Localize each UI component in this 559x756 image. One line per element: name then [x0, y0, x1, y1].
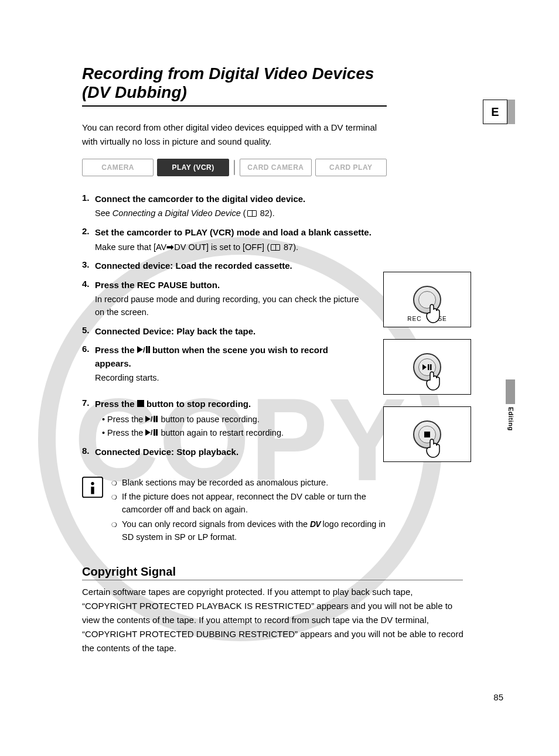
step-7-bullet-1: • Press the / button to pause recording. — [95, 413, 363, 426]
step-5: Connected Device: Play back the tape. — [82, 325, 387, 338]
note-3: You can only record signals from devices… — [111, 518, 387, 544]
step-4-sub: In record pause mode and during recordin… — [95, 293, 363, 319]
step-7: Press the button to stop recording. • Pr… — [82, 398, 363, 440]
svg-rect-6 — [137, 400, 144, 407]
svg-rect-13 — [154, 429, 155, 436]
step-8-title: Connected Device: Stop playback. — [95, 446, 387, 459]
play-pause-icon: / — [137, 346, 150, 353]
mode-play-vcr: PLAY (VCR) — [157, 159, 229, 176]
title-rule — [82, 105, 387, 107]
svg-rect-4 — [146, 346, 148, 353]
notes-list: Blank sections may be recorded as anomal… — [111, 477, 387, 546]
step-4-title: Press the REC PAUSE button. — [95, 279, 363, 292]
page-title: Recording from Digital Video Devices (DV… — [82, 64, 387, 102]
svg-text:/: / — [143, 346, 145, 353]
lang-tab-shadow — [507, 100, 515, 124]
language-tab: E — [483, 100, 507, 124]
step-2: Set the camcorder to PLAY (VCR) mode and… — [82, 226, 387, 254]
step-7-bullet-2: • Press the / button again to restart re… — [95, 427, 363, 440]
stop-icon — [137, 400, 144, 407]
arrow-right-icon: ➡ — [166, 242, 174, 252]
play-pause-icon: / — [145, 416, 158, 422]
copyright-heading: Copyright Signal — [82, 565, 463, 580]
step-6: Press the / button when the scene you wi… — [82, 344, 363, 385]
intro-text: You can record from other digital video … — [82, 121, 387, 148]
page-content: Recording from Digital Video Devices (DV… — [0, 0, 469, 655]
mode-selector: CAMERA PLAY (VCR) CARD CAMERA CARD PLAY — [82, 159, 387, 176]
note-1: Blank sections may be recorded as anomal… — [111, 477, 387, 490]
step-2-title: Set the camcorder to PLAY (VCR) mode and… — [95, 226, 387, 240]
step-7-title: Press the button to stop recording. — [95, 398, 363, 411]
dv-logo-icon: DV — [310, 518, 320, 531]
svg-marker-2 — [137, 346, 143, 353]
svg-marker-11 — [145, 429, 151, 436]
svg-text:/: / — [151, 429, 153, 436]
section-tab-marker — [506, 379, 515, 404]
svg-rect-17 — [91, 487, 94, 494]
page-ref-icon — [247, 210, 257, 217]
step-3: Connected device: Load the recorded cass… — [82, 259, 387, 273]
step-1: Connect the camcorder to the digital vid… — [82, 193, 387, 220]
note-2: If the picture does not appear, reconnec… — [111, 491, 387, 516]
step-3-title: Connected device: Load the recorded cass… — [95, 259, 387, 273]
step-5-title: Connected Device: Play back the tape. — [95, 325, 387, 338]
svg-rect-9 — [154, 416, 155, 422]
play-pause-icon: / — [145, 429, 158, 436]
step-6-title: Press the / button when the scene you wi… — [95, 344, 363, 370]
step-2-sub: Make sure that [AV➡DV OUT] is set to [OF… — [95, 241, 387, 254]
page-number: 85 — [493, 692, 503, 702]
section-tab-label: Editing — [507, 407, 514, 431]
step-6-sub: Recording starts. — [95, 372, 363, 385]
step-8: Connected Device: Stop playback. — [82, 446, 387, 459]
svg-rect-10 — [156, 416, 158, 422]
mode-card-play: CARD PLAY — [315, 159, 387, 176]
step-1-sub: See Connecting a Digital Video Device ( … — [95, 207, 387, 220]
mode-card-camera: CARD CAMERA — [240, 159, 311, 176]
caution-icon — [82, 477, 103, 498]
step-4: Press the REC PAUSE button. In record pa… — [82, 279, 363, 319]
svg-marker-7 — [145, 416, 151, 422]
svg-point-16 — [91, 482, 94, 485]
mode-separator — [234, 160, 235, 175]
step-7-bullets: • Press the / button to pause recording.… — [95, 413, 363, 440]
page-ref-icon — [271, 244, 280, 251]
notes-block: Blank sections may be recorded as anomal… — [82, 477, 387, 546]
svg-text:/: / — [151, 416, 153, 422]
procedure-list: Connect the camcorder to the digital vid… — [82, 193, 387, 459]
step-1-title: Connect the camcorder to the digital vid… — [95, 193, 387, 206]
svg-rect-14 — [156, 429, 158, 436]
copyright-body: Certain software tapes are copyright pro… — [82, 585, 466, 655]
mode-camera: CAMERA — [82, 159, 154, 176]
